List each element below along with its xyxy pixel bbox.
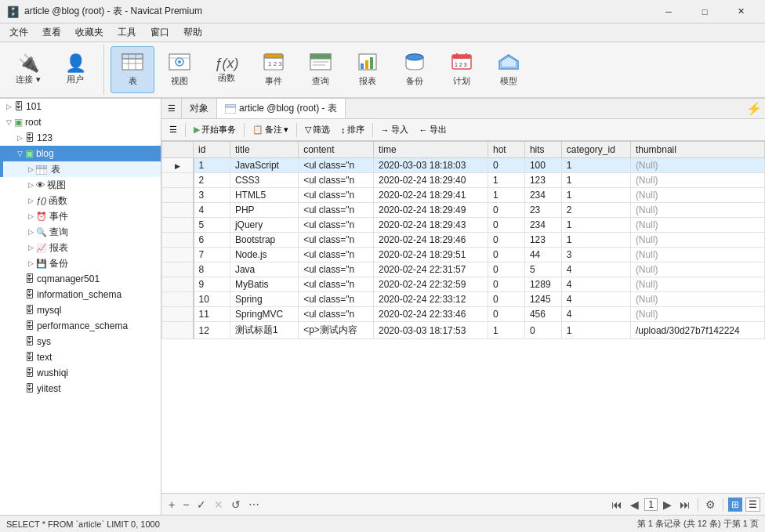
connect-button[interactable]: 🔌 连接 ▾ xyxy=(6,46,50,93)
tab-object[interactable]: 对象 xyxy=(182,99,217,118)
cell-hot[interactable]: 1 xyxy=(488,322,524,339)
sidebar-item-sys[interactable]: 🗄 sys xyxy=(0,334,161,349)
cell-title[interactable]: MyBatis xyxy=(230,277,298,292)
cell-content[interactable]: <ul class="n xyxy=(299,248,374,262)
cell-category_id[interactable]: 1 xyxy=(561,173,630,188)
sidebar-item-table[interactable]: ▷ 表 xyxy=(0,161,161,177)
cell-hot[interactable]: 0 xyxy=(488,248,524,262)
sidebar-item-123[interactable]: ▷ 🗄 123 xyxy=(0,130,161,146)
cell-hits[interactable]: 44 xyxy=(524,248,561,262)
view-button[interactable]: 视图 xyxy=(158,46,201,93)
cell-title[interactable]: jQuery xyxy=(230,218,298,233)
sidebar-item-yiitest[interactable]: 🗄 yiitest xyxy=(0,381,161,396)
cell-title[interactable]: CSS3 xyxy=(230,173,298,188)
table-row[interactable]: 12测试标题1<p>测试内容2020-03-03 18:17:53101/upl… xyxy=(162,322,765,339)
menu-file[interactable]: 文件 xyxy=(3,24,34,41)
cell-category_id[interactable]: 4 xyxy=(561,307,630,322)
add-row-button[interactable]: + xyxy=(166,498,177,512)
cell-title[interactable]: HTML5 xyxy=(230,188,298,203)
cell-hot[interactable]: 0 xyxy=(488,277,524,292)
sidebar-item-backup[interactable]: ▷ 💾 备份 xyxy=(0,255,161,271)
cell-thumbnail[interactable]: (Null) xyxy=(630,218,764,233)
cell-thumbnail[interactable]: (Null) xyxy=(630,233,764,248)
menu-help[interactable]: 帮助 xyxy=(177,24,208,41)
table-row[interactable]: 7Node.js<ul class="n2020-02-24 18:29:510… xyxy=(162,248,765,262)
sidebar-item-view[interactable]: ▷ 👁 视图 xyxy=(0,177,161,193)
cell-title[interactable]: Bootstrap xyxy=(230,233,298,248)
cell-category_id[interactable]: 1 xyxy=(561,218,630,233)
cell-title[interactable]: Spring xyxy=(230,292,298,307)
cell-content[interactable]: <ul class="n xyxy=(299,203,374,218)
settings-button[interactable]: ⚙ xyxy=(703,498,718,512)
col-category-id[interactable]: category_id xyxy=(561,142,630,158)
cell-time[interactable]: 2020-03-03 18:17:53 xyxy=(374,322,488,339)
cell-content[interactable]: <ul class="n xyxy=(299,277,374,292)
report-button[interactable]: 报表 xyxy=(346,46,390,93)
discard-button[interactable]: ✕ xyxy=(212,498,226,512)
last-page-button[interactable]: ⏭ xyxy=(677,498,693,512)
cell-id[interactable]: 3 xyxy=(194,188,230,203)
backup-button[interactable]: 备份 xyxy=(393,46,437,93)
user-button[interactable]: 👤 用户 xyxy=(53,46,97,93)
confirm-button[interactable]: ✓ xyxy=(194,498,208,512)
cell-content[interactable]: <ul class="n xyxy=(299,233,374,248)
menu-tools[interactable]: 工具 xyxy=(111,24,143,41)
cell-time[interactable]: 2020-02-24 22:32:59 xyxy=(374,277,488,292)
cell-id[interactable]: 4 xyxy=(194,203,230,218)
cell-hot[interactable]: 0 xyxy=(488,203,524,218)
col-hot[interactable]: hot xyxy=(488,142,524,158)
table-row[interactable]: 6Bootstrap<ul class="n2020-02-24 18:29:4… xyxy=(162,233,765,248)
sidebar-item-text[interactable]: 🗄 text xyxy=(0,349,161,365)
cell-content[interactable]: <ul class="n xyxy=(299,292,374,307)
grid-view-button[interactable]: ⊞ xyxy=(728,498,742,512)
cell-hot[interactable]: 0 xyxy=(488,262,524,277)
table-row[interactable]: 2CSS3<ul class="n2020-02-24 18:29:401123… xyxy=(162,173,765,188)
cell-title[interactable]: Java xyxy=(230,262,298,277)
sidebar-item-event[interactable]: ▷ ⏰ 事件 xyxy=(0,208,161,224)
cell-hot[interactable]: 0 xyxy=(488,218,524,233)
close-button[interactable]: ✕ xyxy=(723,0,759,24)
cell-hits[interactable]: 5 xyxy=(524,262,561,277)
sidebar-item-report[interactable]: ▷ 📈 报表 xyxy=(0,240,161,255)
cell-id[interactable]: 8 xyxy=(194,262,230,277)
note-button[interactable]: 📋 备注 ▾ xyxy=(248,122,293,137)
cell-hits[interactable]: 100 xyxy=(524,158,561,173)
cell-content[interactable]: <ul class="n xyxy=(299,173,374,188)
col-thumbnail[interactable]: thumbnail xyxy=(630,142,764,158)
cell-hits[interactable]: 23 xyxy=(524,203,561,218)
cell-hot[interactable]: 1 xyxy=(488,188,524,203)
menu-window[interactable]: 窗口 xyxy=(144,24,176,41)
table-button[interactable]: 表 xyxy=(111,46,154,93)
table-row[interactable]: 3HTML5<ul class="n2020-02-24 18:29:41123… xyxy=(162,188,765,203)
schedule-button[interactable]: 1 2 3 计划 xyxy=(440,46,484,93)
minimize-button[interactable]: ─ xyxy=(651,0,687,24)
cell-content[interactable]: <p>测试内容 xyxy=(299,322,374,339)
col-time[interactable]: time xyxy=(374,142,488,158)
cell-id[interactable]: 2 xyxy=(194,173,230,188)
cell-id[interactable]: 10 xyxy=(194,292,230,307)
cell-hot[interactable]: 0 xyxy=(488,292,524,307)
cell-title[interactable]: JavaScript xyxy=(230,158,298,173)
cell-category_id[interactable]: 4 xyxy=(561,292,630,307)
sidebar-item-cqmanager[interactable]: 🗄 cqmanager501 xyxy=(0,271,161,287)
cell-category_id[interactable]: 4 xyxy=(561,277,630,292)
col-hits[interactable]: hits xyxy=(524,142,561,158)
cell-title[interactable]: Node.js xyxy=(230,248,298,262)
cell-id[interactable]: 9 xyxy=(194,277,230,292)
cell-time[interactable]: 2020-02-24 18:29:46 xyxy=(374,233,488,248)
tab-list-button[interactable]: ☰ xyxy=(161,99,182,118)
cell-hits[interactable]: 123 xyxy=(524,173,561,188)
cell-content[interactable]: <ul class="n xyxy=(299,188,374,203)
cell-time[interactable]: 2020-02-24 18:29:43 xyxy=(374,218,488,233)
cell-hot[interactable]: 0 xyxy=(488,233,524,248)
cell-id[interactable]: 5 xyxy=(194,218,230,233)
cell-hits[interactable]: 1245 xyxy=(524,292,561,307)
sidebar-item-wushiqi[interactable]: 🗄 wushiqi xyxy=(0,365,161,381)
cell-category_id[interactable]: 1 xyxy=(561,188,630,203)
sidebar-item-perfschema[interactable]: 🗄 performance_schema xyxy=(0,318,161,334)
col-content[interactable]: content xyxy=(299,142,374,158)
cell-time[interactable]: 2020-02-24 18:29:40 xyxy=(374,173,488,188)
cell-time[interactable]: 2020-02-24 18:29:51 xyxy=(374,248,488,262)
form-view-button[interactable]: ☰ xyxy=(745,498,760,512)
cell-thumbnail[interactable]: (Null) xyxy=(630,262,764,277)
